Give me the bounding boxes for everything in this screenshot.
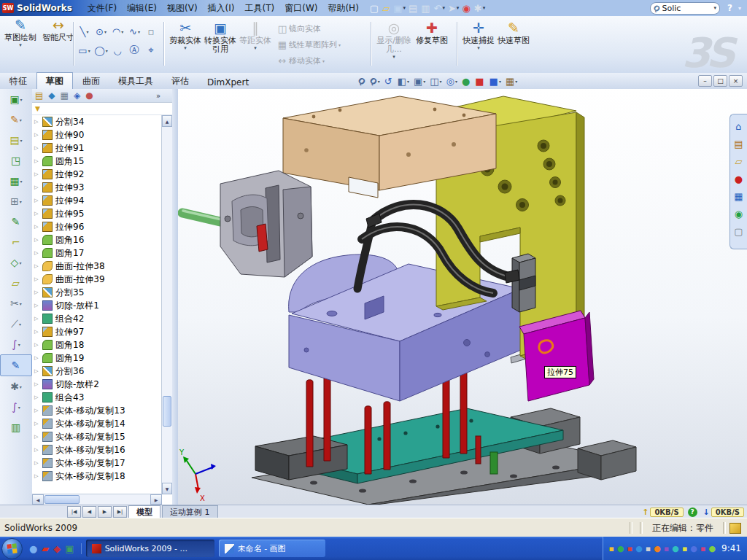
menu-item[interactable]: 窗口(W) [279, 1, 322, 16]
expand-arrow-icon[interactable]: ▷ [34, 250, 42, 256]
left-toolbar-icon[interactable]: ✱▾ [0, 376, 32, 397]
expand-arrow-icon[interactable]: ▷ [34, 421, 42, 427]
study-nav-button[interactable]: |◀ [67, 506, 81, 518]
left-toolbar-icon[interactable]: ⊞▾ [0, 191, 32, 211]
line-tool-icon[interactable]: ╲▾ [76, 22, 93, 41]
expand-arrow-icon[interactable]: ▷ [34, 198, 42, 203]
sketch-button[interactable]: ✎草图绘制▾ [3, 16, 38, 64]
feature-tree-item[interactable]: ▷圆角15 [32, 155, 162, 168]
menu-item[interactable]: 工具(T) [240, 1, 280, 16]
left-toolbar-icon[interactable]: ✎ [0, 354, 32, 376]
expand-arrow-icon[interactable]: ▷ [34, 289, 42, 295]
menu-item[interactable]: 编辑(E) [122, 1, 162, 16]
feature-tree-item[interactable]: ▷拉伸90 [32, 128, 162, 141]
display-delete-relations-button[interactable]: ◎显示/删除几...▾ [375, 19, 413, 67]
expand-arrow-icon[interactable]: ▷ [34, 394, 42, 400]
expand-arrow-icon[interactable]: ▷ [34, 263, 42, 269]
expand-arrow-icon[interactable]: ▷ [34, 276, 42, 282]
scrollbar-thumb[interactable] [44, 495, 80, 504]
feature-tree-item[interactable]: ▷拉伸97 [32, 325, 162, 338]
expand-arrow-icon[interactable]: ▷ [34, 447, 42, 453]
menu-item[interactable]: 视图(V) [162, 1, 203, 16]
expand-arrow-icon[interactable]: ▷ [34, 237, 42, 243]
left-toolbar-icon[interactable]: ✂▾ [0, 293, 32, 314]
open-folder-icon[interactable]: ▱ [382, 3, 390, 14]
section-view-icon[interactable]: ◧▾ [398, 76, 409, 87]
feature-tree-item[interactable]: ▷实体-移动/复制18 [32, 470, 162, 483]
study-nav-button[interactable]: ◀ [82, 506, 96, 518]
feature-tree-item[interactable]: ▷拉伸92 [32, 168, 162, 181]
expand-arrow-icon[interactable]: ▷ [34, 303, 42, 308]
left-toolbar-icon[interactable]: ⟋▾ [0, 314, 32, 334]
edit-appearance-icon[interactable]: ● [462, 76, 471, 87]
dimxpertmanager-tab-icon[interactable]: ◈ [74, 90, 80, 101]
print-preview-icon[interactable]: ▥ [421, 3, 430, 14]
menu-item[interactable]: 帮助(H) [322, 1, 363, 16]
feature-tree-item[interactable]: ▷实体-移动/复制16 [32, 443, 162, 456]
resources-home-icon[interactable]: ⌂ [735, 117, 741, 135]
expand-arrow-icon[interactable]: ▷ [34, 184, 42, 190]
study-nav-button[interactable]: ▶ [98, 506, 112, 518]
left-toolbar-icon[interactable]: ▥ [0, 417, 32, 438]
ellipse-tool-icon[interactable]: ◯▾ [93, 41, 109, 60]
media-icon[interactable]: ▣ [65, 543, 74, 554]
help-button[interactable]: ? [727, 3, 732, 13]
monitor-help-icon[interactable]: ? [688, 508, 697, 517]
appearance-blue-icon[interactable]: ■▾ [489, 76, 501, 87]
feature-tree-item[interactable]: ▷组合42 [32, 312, 162, 325]
repair-sketch-button[interactable]: ✚修复草图 [413, 19, 451, 67]
tray-icon[interactable]: ● [690, 544, 697, 553]
study-tab[interactable]: 模型 [128, 505, 160, 519]
tray-icon[interactable]: ● [708, 544, 716, 553]
commandmanager-tab[interactable]: 草图 [36, 72, 73, 89]
displaymanager-tab-icon[interactable]: ● [85, 90, 93, 101]
commandmanager-tab[interactable]: 曲面 [74, 73, 109, 89]
feature-tree-item[interactable]: ▷圆角17 [32, 246, 162, 260]
close-button[interactable]: × [729, 75, 743, 87]
left-toolbar-icon[interactable]: ✎▾ [0, 109, 32, 130]
feature-tree-item[interactable]: ▷圆角16 [32, 233, 162, 246]
point-tool-icon[interactable]: ⌖ [143, 41, 160, 60]
tree-horizontal-scrollbar[interactable]: ◀ ▶ [32, 494, 162, 505]
taskbar-clock[interactable]: 9:41 [721, 543, 741, 553]
commandmanager-tab[interactable]: 模具工具 [109, 73, 162, 89]
rebuild-icon[interactable]: ◉ [462, 3, 471, 14]
tray-icon[interactable]: ● [654, 544, 661, 553]
expand-arrow-icon[interactable]: ▷ [34, 119, 42, 125]
arc-tool-icon[interactable]: ◠▾ [109, 22, 126, 41]
feature-tree-item[interactable]: ▷拉伸93 [32, 181, 162, 194]
options-icon[interactable]: ✱▾ [474, 3, 485, 14]
expand-arrow-icon[interactable]: ▷ [34, 381, 42, 387]
model-cooling-connector[interactable] [512, 254, 535, 312]
titlebar-overflow-caret-icon[interactable]: ▾ [738, 5, 741, 12]
show-desktop-icon[interactable]: ● [29, 543, 37, 554]
feature-tree-item[interactable]: ▷拉伸94 [32, 194, 162, 207]
appearances-icon[interactable]: ▦ [734, 187, 743, 205]
propertymanager-tab-icon[interactable]: ◆ [48, 90, 55, 101]
left-toolbar-icon[interactable]: ✎ [0, 211, 32, 232]
search-dropdown-caret-icon[interactable]: ▾ [714, 5, 717, 11]
restore-button[interactable]: □ [713, 75, 727, 87]
tray-icon[interactable]: ▪ [682, 544, 687, 553]
expand-arrow-icon[interactable]: ▷ [34, 329, 42, 335]
left-toolbar-icon[interactable]: ▦▾ [0, 171, 32, 191]
expand-arrow-icon[interactable]: ▷ [34, 460, 42, 466]
design-library-icon[interactable]: ▤ [734, 135, 743, 152]
hide-show-items-icon[interactable]: ◎▾ [446, 76, 457, 87]
sketch-fillet-tool-icon[interactable]: ◡ [109, 41, 126, 60]
scenes-icon[interactable]: ◉ [735, 205, 743, 222]
file-explorer-icon[interactable]: ▱ [735, 152, 743, 170]
expand-arrow-icon[interactable]: ▷ [34, 355, 42, 361]
feature-tree-item[interactable]: ▷曲面-拉伸38 [32, 260, 162, 273]
expand-arrow-icon[interactable]: ▷ [34, 316, 42, 322]
taskbar-task-button[interactable]: SolidWorks 2009 - ... [86, 540, 214, 557]
scroll-up-icon[interactable]: ▲ [162, 115, 172, 127]
construction-tool-icon[interactable]: ▫ [143, 22, 160, 41]
print-icon[interactable]: ▤ [409, 3, 418, 14]
text-tool-icon[interactable]: Ⓐ [126, 41, 143, 60]
feature-tree-item[interactable]: ▷拉伸95 [32, 207, 162, 220]
feature-tree-item[interactable]: ▷切除-放样1 [32, 299, 162, 312]
feature-tree-item[interactable]: ▷实体-移动/复制15 [32, 430, 162, 443]
feature-tree-item[interactable]: ▷圆角18 [32, 338, 162, 351]
tray-icon[interactable]: ▪ [700, 544, 705, 553]
